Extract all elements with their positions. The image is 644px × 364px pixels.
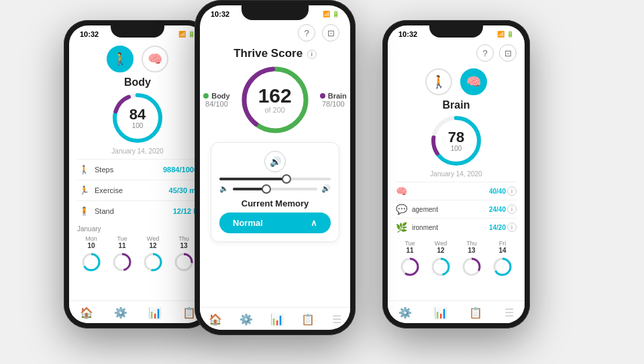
nav-settings-right[interactable]: ⚙️ — [398, 306, 412, 319]
brain-metric-2: 🌿 ironment 14/20 i — [396, 218, 517, 236]
brain-info-1[interactable]: i — [507, 204, 517, 214]
bottom-nav-left: 🏠 ⚙️ 📊 📋 — [69, 300, 206, 323]
phone-left: 10:32 📶 🔋 🚶 🧠 Body — [64, 20, 211, 328]
cal-daynum-right-1: 12 — [427, 247, 455, 254]
thrive-info-badge[interactable]: i — [307, 50, 317, 59]
nav-home-center[interactable]: 🏠 — [209, 313, 222, 326]
nav-menu-center[interactable]: ☰ — [332, 313, 341, 326]
steps-icon: 🚶 — [77, 163, 91, 176]
brain-icon-right-active[interactable]: 🧠 — [460, 68, 487, 95]
cal-days-left: Mon 10 Tue 11 — [77, 235, 198, 275]
cal-ring-1 — [111, 251, 133, 273]
body-legend: Body — [203, 92, 230, 100]
exercise-value: 45/30 mi — [169, 186, 198, 194]
brain-metric-icon-0: 🧠 — [396, 186, 409, 196]
thrive-header: ? ⊡ — [211, 21, 339, 44]
nav-home-left[interactable]: 🏠 — [80, 306, 93, 319]
help-icon[interactable]: ? — [298, 24, 315, 42]
audio-play-btn[interactable]: 🔊 — [264, 151, 286, 172]
brain-info-2[interactable]: i — [507, 223, 517, 232]
status-icons-center: 📶 🔋 — [323, 11, 339, 17]
slider-row-1 — [219, 178, 331, 180]
calendar-left: January Mon 10 Tue — [77, 225, 198, 275]
steps-value: 9884/1000 — [163, 166, 198, 174]
phone-screen-right: 10:32 📶 🔋 ? ⊡ 🚶 🧠 — [388, 25, 525, 323]
cal-days-right: Tue 11 Wed 12 — [396, 240, 517, 280]
battery-icon-center: 🔋 — [332, 11, 339, 17]
phone-center: 10:32 📶 🔋 ? ⊡ Thrive Score i — [195, 0, 356, 335]
thrive-score-area: Body 84/100 162 — [211, 63, 339, 137]
score-ring-container-right: 78 100 — [396, 114, 517, 168]
nav-list-center[interactable]: 📋 — [301, 313, 315, 326]
steps-label: Steps — [95, 166, 163, 174]
brain-scan-icon[interactable]: ⊡ — [499, 44, 517, 62]
brain-help-icon[interactable]: ? — [476, 44, 494, 62]
scan-icon[interactable]: ⊡ — [322, 24, 339, 42]
icons-row-left: 🚶 🧠 — [77, 46, 198, 72]
phone-screen-left: 10:32 📶 🔋 🚶 🧠 Body — [69, 25, 206, 323]
score-ring-container-left: 84 100 — [77, 91, 198, 145]
score-number-left: 84 — [129, 107, 146, 122]
nav-list-right[interactable]: 📋 — [469, 306, 482, 319]
nav-chart-left[interactable]: 📊 — [148, 306, 162, 319]
cal-dayname-right-2: Thu — [458, 240, 486, 247]
nav-settings-center[interactable]: ⚙️ — [239, 313, 253, 326]
metric-exercise: 🏃 Exercise 45/30 mi — [77, 180, 198, 200]
cal-ring-right-1 — [430, 256, 451, 278]
score-denom-left: 100 — [129, 122, 146, 129]
nav-menu-right[interactable]: ☰ — [504, 306, 514, 319]
brain-metric-icon-1: 💬 — [396, 204, 409, 215]
body-icon-active[interactable]: 🚶 — [107, 46, 133, 72]
bottom-nav-center: 🏠 ⚙️ 📊 📋 ☰ — [200, 307, 350, 330]
brain-metric-1: 💬 agement 24/40 i — [396, 200, 517, 218]
status-icons-right: 📶 🔋 — [497, 31, 514, 38]
notch-center — [241, 5, 309, 20]
memory-btn[interactable]: Normal ∧ — [219, 213, 331, 233]
nav-chart-center[interactable]: 📊 — [270, 313, 284, 326]
slider-track-1[interactable] — [219, 178, 331, 180]
big-score-number: 162 — [258, 86, 292, 106]
wifi-icon-center: 📶 — [323, 11, 330, 17]
cal-day-2: Wed 12 — [139, 235, 167, 275]
audio-top: 🔊 — [219, 151, 331, 172]
cal-ring-right-3 — [492, 256, 513, 278]
bottom-nav-right: ⚙️ 📊 📋 ☰ — [388, 300, 525, 323]
nav-list-left[interactable]: 📋 — [182, 306, 196, 319]
brain-score-side: Brain 78/100 — [320, 92, 347, 108]
cal-daynum-3: 13 — [170, 242, 198, 249]
wifi-icon-left: 📶 — [178, 31, 186, 38]
phone-right: 10:32 📶 🔋 ? ⊡ 🚶 🧠 — [382, 20, 530, 328]
cal-day-right-3: Fri 14 — [488, 240, 517, 280]
date-right: January 14, 2020 — [396, 170, 517, 178]
score-inner-right: 78 100 — [448, 130, 464, 152]
exercise-label: Exercise — [95, 186, 169, 194]
brain-screen: ? ⊡ 🚶 🧠 Brain — [388, 42, 525, 280]
cal-month-left: January — [77, 225, 198, 233]
thrive-title: Thrive Score i — [211, 47, 339, 60]
nav-settings-left[interactable]: ⚙️ — [114, 306, 127, 319]
time-center: 10:32 — [211, 10, 229, 18]
icons-row-right: 🚶 🧠 — [396, 68, 517, 95]
brain-header-icons: ? ⊡ — [396, 42, 517, 64]
brain-icon-inactive[interactable]: 🧠 — [142, 46, 168, 72]
slider-row-2: 🔈 🔊 — [219, 184, 331, 193]
brain-metric-val-1: 24/40 — [489, 206, 506, 213]
cal-ring-right-2 — [461, 256, 482, 278]
nav-chart-right[interactable]: 📊 — [434, 306, 447, 319]
cal-daynum-right-3: 14 — [488, 247, 517, 254]
cal-day-right-1: Wed 12 — [427, 240, 455, 280]
slider-track-2[interactable] — [233, 188, 317, 190]
cal-dayname-right-0: Tue — [396, 240, 424, 247]
vol-high-icon: 🔊 — [321, 184, 331, 193]
cal-day-right-0: Tue 11 — [396, 240, 424, 280]
stand-icon: 🧍 — [77, 204, 91, 218]
big-score-ring: 162 of 200 — [238, 63, 312, 137]
brain-info-0[interactable]: i — [507, 186, 517, 196]
brain-metric-name-2: ironment — [412, 224, 489, 231]
notch-right — [429, 25, 483, 38]
cal-daynum-0: 10 — [77, 242, 105, 249]
body-score-val: 84/100 — [203, 100, 230, 108]
notch-left — [111, 25, 164, 38]
body-dot — [203, 93, 209, 99]
body-icon-right[interactable]: 🚶 — [425, 68, 452, 95]
